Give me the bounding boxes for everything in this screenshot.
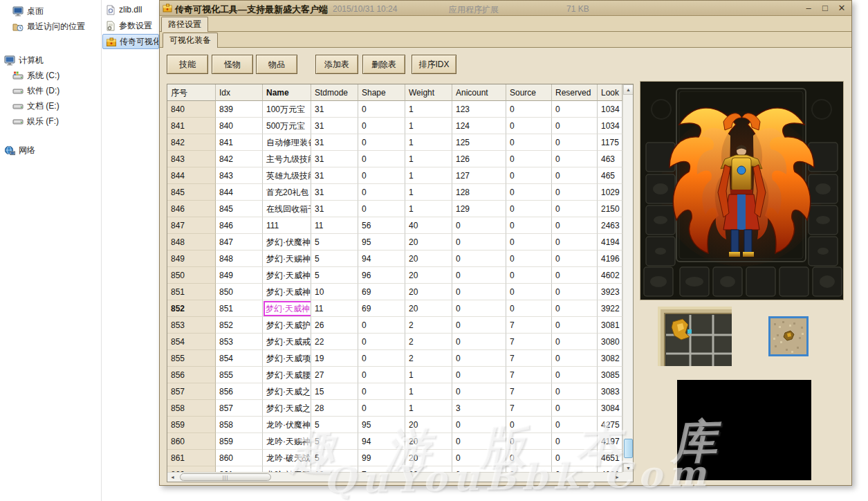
table-cell[interactable]: 69 [358,300,405,317]
table-cell[interactable]: 500万元宝 [263,118,311,134]
table-cell[interactable]: 0 [358,134,405,151]
table-cell[interactable]: 128 [452,184,506,201]
table-cell[interactable]: 4602 [598,267,622,284]
table-cell[interactable]: 3083 [598,383,622,400]
table-cell[interactable]: 0 [506,267,552,284]
table-cell[interactable]: 0 [552,284,598,300]
table-cell[interactable]: 2 [405,350,452,367]
table-cell[interactable]: 856 [167,367,216,383]
table-cell[interactable]: 1 [405,118,452,134]
table-cell[interactable]: 849 [216,267,263,284]
table-cell[interactable]: 31 [311,184,358,201]
table-cell[interactable]: 40 [405,217,452,234]
column-header[interactable]: 序号 [167,84,216,101]
table-cell[interactable]: 7 [506,367,552,383]
scroll-right-icon[interactable]: ► [612,473,622,482]
table-cell[interactable]: 860 [216,450,263,466]
table-cell[interactable]: 7 [506,350,552,367]
table-cell[interactable]: 0 [552,400,598,417]
sidebar-item[interactable]: 娱乐 (F:) [0,113,101,129]
table-cell[interactable]: 28 [311,400,358,417]
table-cell[interactable]: 0 [358,383,405,400]
table-cell[interactable]: 在线回收箱子 [263,201,311,217]
table-cell[interactable]: 100万元宝 [263,101,311,118]
table-cell[interactable]: 0 [552,118,598,134]
table-cell[interactable]: 852 [167,300,216,317]
table-cell[interactable]: 7 [506,317,552,334]
table-cell[interactable]: 95 [358,417,405,433]
table-cell[interactable]: 843 [216,167,263,184]
table-cell[interactable]: 0 [358,101,405,118]
table-cell[interactable]: 梦幻·天威腰 [263,367,311,383]
table-cell[interactable]: 0 [506,201,552,217]
table-cell[interactable]: 31 [311,167,358,184]
table-cell[interactable]: 0 [552,300,598,317]
table-cell[interactable]: 梦幻·天威之 [263,400,311,417]
table-cell[interactable]: 0 [452,383,506,400]
table-cell[interactable]: 20 [405,450,452,466]
table-cell[interactable]: 2463 [598,217,622,234]
table-cell[interactable]: 0 [358,317,405,334]
table-cell[interactable]: 0 [452,317,506,334]
table-cell[interactable]: 梦幻·天威之 [263,383,311,400]
table-cell[interactable]: 852 [216,317,263,334]
table-cell[interactable]: 851 [167,284,216,300]
table-cell[interactable]: 845 [216,201,263,217]
table-cell[interactable]: 0 [452,250,506,267]
table-cell[interactable]: 845 [167,184,216,201]
table-cell[interactable]: 5 [311,250,358,267]
table-cell[interactable]: 857 [216,400,263,417]
table-cell[interactable]: 0 [452,284,506,300]
table-cell[interactable]: 0 [506,450,552,466]
table-cell[interactable]: 0 [552,350,598,367]
table-cell[interactable]: 20 [405,433,452,450]
table-cell[interactable]: 0 [358,367,405,383]
table-cell[interactable]: 0 [506,417,552,433]
table-cell[interactable]: 111 [263,217,311,234]
table-cell[interactable]: 1 [405,383,452,400]
table-cell[interactable]: 20 [405,267,452,284]
table-cell[interactable]: 4197 [598,433,622,450]
table-cell[interactable]: 梦幻·天威神 [263,267,311,284]
file-item[interactable]: 传奇可视化工具 [102,34,159,49]
table-cell[interactable]: 31 [311,201,358,217]
table-cell[interactable]: 1 [405,201,452,217]
table-cell[interactable]: 4651 [598,450,622,466]
column-header[interactable]: Stdmode [311,84,358,101]
table-cell[interactable]: 梦幻·天赐神 [263,250,311,267]
table-cell[interactable]: 842 [216,151,263,167]
table-cell[interactable]: 857 [167,383,216,400]
table-cell[interactable]: 3085 [598,367,622,383]
table-cell[interactable]: 0 [506,234,552,250]
table-cell[interactable]: 0 [552,383,598,400]
title-bar[interactable]: 传奇可视化工具—支持最新盛大客户端 2015/10/31 10:24 应用程序扩… [160,1,851,16]
table-cell[interactable]: 0 [452,350,506,367]
table-cell[interactable]: 0 [506,101,552,118]
table-cell[interactable]: 4194 [598,234,622,250]
table-cell[interactable]: 0 [552,234,598,250]
table-cell[interactable]: 843 [167,151,216,167]
table-cell[interactable]: 19 [311,350,358,367]
table-cell[interactable]: 0 [358,167,405,184]
table-cell[interactable]: 858 [167,400,216,417]
table-cell[interactable]: 463 [598,151,622,167]
table-cell[interactable]: 1 [405,151,452,167]
table-cell[interactable]: 94 [358,433,405,450]
table-cell[interactable]: 99 [358,450,405,466]
table-cell[interactable]: 853 [167,317,216,334]
table-cell[interactable]: 英雄九级技能 [263,167,311,184]
table-cell[interactable]: 31 [311,118,358,134]
table-cell[interactable]: 梦幻·天威神 [263,284,311,300]
table-cell[interactable]: 96 [358,267,405,284]
table-cell[interactable]: 0 [358,201,405,217]
table-cell[interactable]: 0 [552,267,598,284]
table-cell[interactable]: 854 [167,334,216,350]
table-cell[interactable]: 0 [552,433,598,450]
table-cell[interactable]: 0 [552,450,598,466]
table-cell[interactable]: 31 [311,151,358,167]
table-cell[interactable]: 0 [552,101,598,118]
table-cell[interactable]: 0 [552,334,598,350]
monster-button[interactable]: 怪物 [212,55,253,74]
table-cell[interactable]: 5 [311,234,358,250]
table-cell[interactable]: 0 [552,201,598,217]
